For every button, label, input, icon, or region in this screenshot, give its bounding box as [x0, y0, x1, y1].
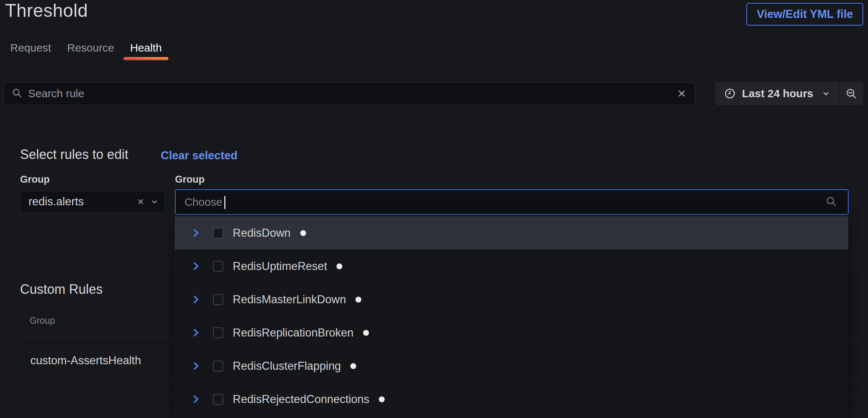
tab-health[interactable]: Health — [122, 36, 170, 60]
rules-dropdown-menu: RedisDown RedisUptimeReset RedisMasterLi… — [175, 216, 848, 418]
rule-label: RedisUptimeReset — [233, 260, 327, 273]
rule-checkbox[interactable] — [213, 327, 223, 338]
time-picker: Last 24 hours — [715, 82, 863, 105]
rule-status-dot — [363, 330, 369, 336]
custom-rules-column-header: Group — [30, 315, 55, 326]
dropdown-option-redisreplicationbroken[interactable]: RedisReplicationBroken — [175, 316, 848, 349]
group-select-clear-icon[interactable] — [136, 197, 145, 206]
tab-request[interactable]: Request — [2, 36, 59, 60]
chevron-down-icon — [821, 89, 831, 98]
rule-status-dot — [355, 297, 361, 303]
zoom-out-button[interactable] — [840, 83, 863, 104]
rule-status-dot — [379, 396, 385, 402]
choose-search-icon — [825, 195, 837, 209]
tab-resource-label: Resource — [67, 42, 114, 54]
search-input[interactable] — [22, 83, 677, 104]
group-select-value: redis.alerts — [28, 195, 132, 208]
rule-checkbox[interactable] — [213, 228, 223, 239]
view-edit-yml-button[interactable]: View/Edit YML file — [746, 3, 863, 26]
custom-rules-heading: Custom Rules — [20, 282, 103, 297]
zoom-out-icon — [845, 87, 857, 100]
custom-rule-row[interactable]: custom-AssertsHealth — [30, 354, 141, 367]
rule-label: RedisMasterLinkDown — [233, 293, 346, 306]
expand-chevron-right-icon[interactable] — [191, 294, 201, 304]
time-range-label: Last 24 hours — [742, 87, 813, 100]
search-clear-icon[interactable] — [677, 88, 687, 99]
rule-status-dot — [336, 263, 342, 269]
rule-label: RedisRejectedConnections — [233, 393, 369, 406]
tab-bar: Request Resource Health — [2, 36, 170, 60]
rule-checkbox[interactable] — [213, 261, 223, 272]
expand-chevron-right-icon[interactable] — [191, 228, 201, 238]
text-cursor — [224, 196, 225, 209]
search-rule-box — [4, 82, 695, 105]
rule-status-dot — [300, 230, 306, 236]
rule-status-dot — [350, 363, 356, 369]
time-range-button[interactable]: Last 24 hours — [716, 83, 839, 104]
tab-health-label: Health — [130, 42, 162, 54]
rule-choose-field — [175, 189, 849, 215]
group-select[interactable]: redis.alerts — [20, 191, 165, 213]
expand-chevron-right-icon[interactable] — [191, 361, 201, 371]
group-select-chevron-down-icon[interactable] — [150, 197, 159, 206]
group-label-1: Group — [20, 174, 50, 185]
expand-chevron-right-icon[interactable] — [191, 328, 201, 338]
dropdown-option-redisrejectedconnections[interactable]: RedisRejectedConnections — [175, 383, 848, 416]
expand-chevron-right-icon[interactable] — [191, 261, 201, 271]
clock-icon — [724, 87, 736, 100]
clear-selected-link[interactable]: Clear selected — [161, 149, 237, 162]
rule-label: RedisReplicationBroken — [233, 326, 354, 339]
select-rules-heading: Select rules to edit — [20, 147, 128, 162]
expand-chevron-right-icon[interactable] — [191, 394, 201, 404]
rule-label: RedisClusterFlapping — [233, 360, 341, 373]
group-label-2: Group — [175, 174, 205, 185]
dropdown-option-redisuptimereset[interactable]: RedisUptimeReset — [175, 250, 848, 283]
rule-choose-input[interactable] — [176, 190, 825, 214]
dropdown-option-redisdown[interactable]: RedisDown — [175, 216, 848, 250]
dropdown-option-redisclusterflapping[interactable]: RedisClusterFlapping — [175, 349, 848, 383]
rule-checkbox[interactable] — [213, 361, 223, 372]
dropdown-option-redismasterlinkdown[interactable]: RedisMasterLinkDown — [175, 283, 848, 316]
rule-checkbox[interactable] — [213, 394, 223, 405]
tab-resource[interactable]: Resource — [59, 36, 122, 60]
tabs-divider — [6, 60, 863, 60]
search-icon — [11, 87, 22, 100]
rule-label: RedisDown — [233, 227, 291, 240]
page-title: Threshold — [5, 0, 88, 21]
rule-checkbox[interactable] — [213, 294, 223, 305]
tab-request-label: Request — [10, 42, 51, 54]
